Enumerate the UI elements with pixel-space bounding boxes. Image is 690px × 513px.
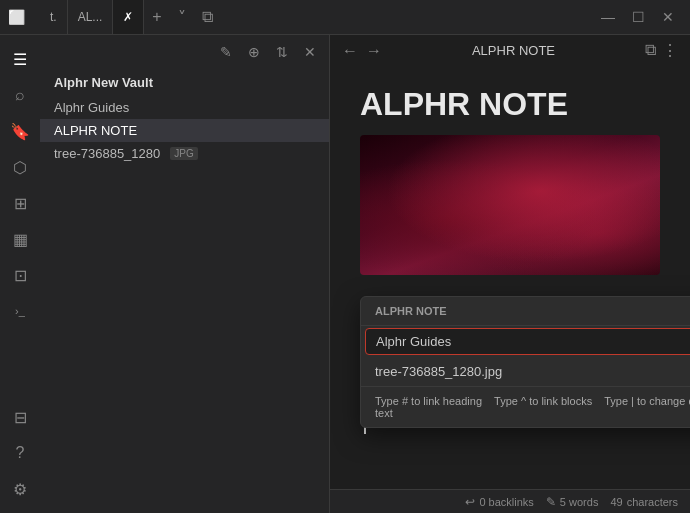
main-layout: ☰ ⌕ 🔖 ⬡ ⊞ ▦ ⊡ ›_ ⊟ ? ⚙ ✎ ⊕ ⇅ ✕ Alphr New… [0, 35, 690, 513]
vault-name: Alphr New Vault [40, 69, 329, 96]
editor-area: ← → ALPHR NOTE ⧉ ⋮ ALPHR NOTE ALPHR NOTE… [330, 35, 690, 513]
file-panel-toolbar: ✎ ⊕ ⇅ ✕ [40, 35, 329, 69]
close-panel-icon[interactable]: ✕ [299, 41, 321, 63]
tab-alphr[interactable]: ✗ [113, 0, 144, 34]
layers-sidebar-icon[interactable]: ⊡ [4, 259, 36, 291]
sidebar-icons: ☰ ⌕ 🔖 ⬡ ⊞ ▦ ⊡ ›_ ⊟ ? ⚙ [0, 35, 40, 513]
minimize-button[interactable]: — [594, 6, 622, 28]
file-tree: Alphr Guides ALPHR NOTE tree-736885_1280… [40, 96, 329, 513]
hint-link-heading: Type # to link heading [375, 395, 482, 407]
autocomplete-hint: Type # to link heading Type ^ to link bl… [361, 386, 690, 427]
titlebar-controls: — ☐ ✕ [594, 6, 690, 28]
file-panel: ✎ ⊕ ⇅ ✕ Alphr New Vault Alphr Guides ALP… [40, 35, 330, 513]
tab-chevron[interactable]: ˅ [170, 8, 194, 27]
new-folder-icon[interactable]: ⊕ [243, 41, 265, 63]
forward-button[interactable]: → [366, 42, 382, 60]
note-image-inner [360, 135, 660, 275]
titlebar: ⬜ t. AL... ✗ + ˅ ⧉ — ☐ ✕ [0, 0, 690, 35]
reader-icon[interactable]: ⧉ [645, 41, 656, 60]
autocomplete-item-alphr-guides[interactable]: Alphr Guides [365, 328, 690, 355]
tree-item-label: Alphr Guides [54, 100, 129, 115]
autocomplete-dropdown: ALPHR NOTE Alphr Guides tree-736885_1280… [360, 296, 690, 428]
more-options-icon[interactable]: ⋮ [662, 41, 678, 60]
add-tab-button[interactable]: + [144, 8, 169, 26]
tree-item-image[interactable]: tree-736885_1280 JPG [40, 142, 329, 165]
maximize-button[interactable]: ☐ [624, 6, 652, 28]
note-title: ALPHR NOTE [360, 86, 660, 123]
tab-al[interactable]: AL... [68, 0, 114, 34]
hint-link-blocks: Type ^ to link blocks [494, 395, 592, 407]
editor-content[interactable]: ALPHR NOTE ALPHR NOTE Alphr Guides tree-… [330, 66, 690, 489]
calendar-sidebar-icon[interactable]: ▦ [4, 223, 36, 255]
autocomplete-item-tree[interactable]: tree-736885_1280.jpg [361, 357, 690, 386]
edit-icon: ✎ [546, 495, 556, 509]
backlinks-icon: ↩ [465, 495, 475, 509]
chars-status: 49 characters [610, 496, 678, 508]
autocomplete-header: ALPHR NOTE [361, 297, 690, 326]
tree-item-alphr-guides[interactable]: Alphr Guides [40, 96, 329, 119]
backlinks-status[interactable]: ↩ 0 backlinks [465, 495, 533, 509]
titlebar-left: ⬜ [0, 9, 40, 25]
graph-sidebar-icon[interactable]: ⬡ [4, 151, 36, 183]
file-type-badge: JPG [170, 147, 197, 160]
files-sidebar-icon[interactable]: ☰ [4, 43, 36, 75]
tab-alphr-icon: ✗ [123, 10, 133, 24]
chars-count: 49 [610, 496, 622, 508]
bookmarks-sidebar-icon[interactable]: 🔖 [4, 115, 36, 147]
help-sidebar-icon[interactable]: ? [4, 437, 36, 469]
settings-sidebar-icon[interactable]: ⚙ [4, 473, 36, 505]
editor-toolbar-right: ⧉ ⋮ [645, 41, 678, 60]
editor-title: ALPHR NOTE [390, 43, 637, 58]
tab-al-label: AL... [78, 10, 103, 24]
status-bar: ↩ 0 backlinks ✎ 5 words 49 characters [330, 489, 690, 513]
sort-icon[interactable]: ⇅ [271, 41, 293, 63]
tree-item-label: tree-736885_1280 [54, 146, 160, 161]
editor-toolbar: ← → ALPHR NOTE ⧉ ⋮ [330, 35, 690, 66]
words-status: ✎ 5 words [546, 495, 599, 509]
tab-t[interactable]: t. [40, 0, 68, 34]
new-file-icon[interactable]: ✎ [215, 41, 237, 63]
tab-t-label: t. [50, 10, 57, 24]
grid-sidebar-icon[interactable]: ⊞ [4, 187, 36, 219]
layout-icon[interactable]: ⧉ [194, 8, 221, 26]
tabs-area: t. AL... ✗ + ˅ ⧉ [40, 0, 594, 34]
search-sidebar-icon[interactable]: ⌕ [4, 79, 36, 111]
backlinks-label: 0 backlinks [479, 496, 533, 508]
tree-item-alphr-note[interactable]: ALPHR NOTE [40, 119, 329, 142]
terminal-sidebar-icon[interactable]: ›_ [4, 295, 36, 327]
tree-item-label: ALPHR NOTE [54, 123, 137, 138]
app-icon: ⬜ [8, 9, 24, 25]
chars-suffix: characters [627, 496, 678, 508]
sidebar-icons-bottom: ⊟ ? ⚙ [4, 401, 36, 513]
template-sidebar-icon[interactable]: ⊟ [4, 401, 36, 433]
note-image [360, 135, 660, 275]
back-button[interactable]: ← [342, 42, 358, 60]
close-button[interactable]: ✕ [654, 6, 682, 28]
words-label: 5 words [560, 496, 599, 508]
